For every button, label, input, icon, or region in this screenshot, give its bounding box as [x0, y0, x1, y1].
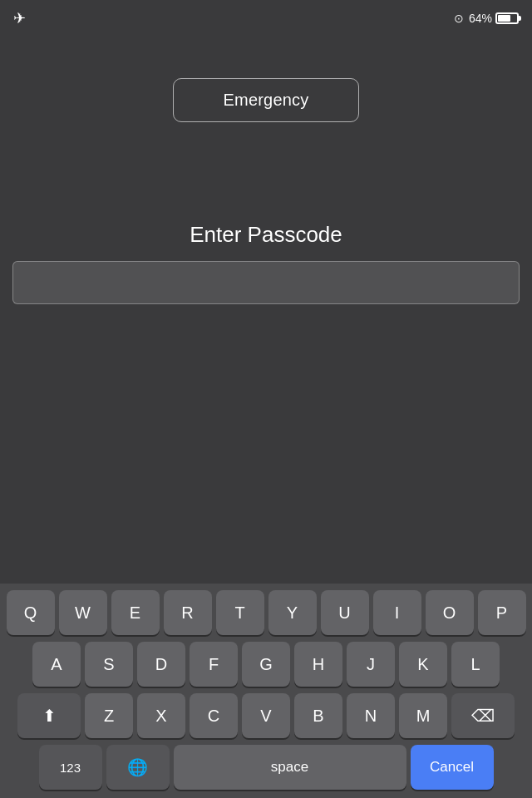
emergency-area: Emergency — [0, 37, 532, 122]
key-w[interactable]: W — [59, 590, 107, 635]
battery-container: 64% — [469, 12, 519, 25]
battery-percent: 64% — [469, 12, 492, 25]
keyboard-row-bottom: 123 🌐 space Cancel — [3, 745, 529, 790]
orientation-lock-icon: ⊙ — [454, 12, 464, 25]
key-e[interactable]: E — [111, 590, 160, 635]
space-key[interactable]: space — [174, 745, 406, 790]
status-left: ✈ — [13, 9, 26, 27]
emergency-button[interactable]: Emergency — [173, 78, 360, 122]
key-p[interactable]: P — [478, 590, 526, 635]
backspace-key[interactable]: ⌫ — [451, 693, 515, 738]
key-y[interactable]: Y — [268, 590, 317, 635]
key-i[interactable]: I — [373, 590, 421, 635]
shift-key[interactable]: ⬆ — [17, 693, 81, 738]
battery-fill — [498, 15, 510, 22]
globe-key[interactable]: 🌐 — [106, 745, 170, 790]
key-s[interactable]: S — [85, 642, 133, 687]
keyboard-row-2: A S D F G H J K L — [3, 642, 529, 687]
key-n[interactable]: N — [347, 693, 395, 738]
key-f[interactable]: F — [190, 642, 238, 687]
key-d[interactable]: D — [137, 642, 185, 687]
key-c[interactable]: C — [190, 693, 238, 738]
key-x[interactable]: X — [137, 693, 185, 738]
key-m[interactable]: M — [399, 693, 447, 738]
key-b[interactable]: B — [294, 693, 342, 738]
keyboard: Q W E R T Y U I O P A S D F G H J K L ⬆ … — [0, 584, 532, 798]
key-h[interactable]: H — [294, 642, 342, 687]
battery-icon — [495, 12, 519, 24]
key-v[interactable]: V — [242, 693, 290, 738]
key-g[interactable]: G — [242, 642, 290, 687]
passcode-area: Enter Passcode — [0, 222, 532, 304]
key-k[interactable]: K — [399, 642, 447, 687]
key-t[interactable]: T — [216, 590, 264, 635]
key-u[interactable]: U — [321, 590, 369, 635]
keyboard-row-1: Q W E R T Y U I O P — [3, 590, 529, 635]
status-right: ⊙ 64% — [454, 12, 519, 25]
key-l[interactable]: L — [451, 642, 500, 687]
status-bar: ✈ ⊙ 64% — [0, 0, 532, 37]
numbers-key[interactable]: 123 — [39, 745, 102, 790]
key-o[interactable]: O — [426, 590, 474, 635]
key-r[interactable]: R — [164, 590, 212, 635]
cancel-key[interactable]: Cancel — [411, 745, 494, 790]
keyboard-row-3: ⬆ Z X C V B N M ⌫ — [3, 693, 529, 738]
passcode-label: Enter Passcode — [190, 222, 342, 248]
key-q[interactable]: Q — [7, 590, 55, 635]
passcode-input[interactable] — [12, 261, 520, 304]
key-z[interactable]: Z — [85, 693, 133, 738]
airplane-icon: ✈ — [13, 9, 26, 27]
key-a[interactable]: A — [32, 642, 81, 687]
key-j[interactable]: J — [347, 642, 395, 687]
